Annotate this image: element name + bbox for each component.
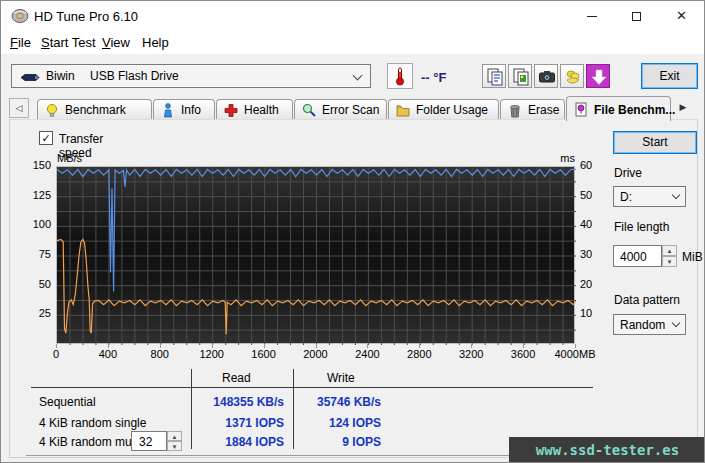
device-name: USB Flash Drive <box>90 69 179 83</box>
file-length-unit: MiB <box>682 250 703 264</box>
row-label-random-single: 4 KiB random single <box>39 416 146 430</box>
camera-icon <box>537 67 557 87</box>
tab-error-scan[interactable]: Error Scan <box>294 99 387 120</box>
axis-tick-label: 50 <box>580 189 592 201</box>
axis-tick-label: 125 <box>1 189 51 201</box>
row-label-random-multi: 4 KiB random multi <box>39 435 140 449</box>
axis-tick-mark <box>419 344 420 348</box>
menu-view[interactable]: View <box>102 35 130 50</box>
menu-help[interactable]: Help <box>142 35 169 50</box>
axis-tick-label: 50 <box>1 278 51 290</box>
random-single-read-value: 1371 IOPS <box>174 416 284 430</box>
lightbulb-icon <box>45 103 59 118</box>
health-cross-icon <box>224 103 238 118</box>
drive-label: Drive <box>614 166 642 180</box>
maximize-icon <box>632 12 641 21</box>
tab-info[interactable]: Info <box>153 99 215 120</box>
transfer-speed-checkbox[interactable]: ✓ <box>39 131 53 145</box>
file-lightbulb-icon <box>574 102 588 117</box>
thermometer-icon <box>388 64 412 88</box>
copy-text-button[interactable] <box>482 64 506 88</box>
spin-down-button[interactable]: ▼ <box>662 256 677 267</box>
tab-label: Folder Usage <box>416 103 488 117</box>
watermark-banner: www.ssd-tester.es <box>509 437 705 463</box>
minimize-button[interactable] <box>569 1 614 31</box>
title-bar: HD Tune Pro 6.10 ✕ <box>1 1 704 31</box>
file-length-value: 4000 <box>620 250 647 264</box>
close-button[interactable]: ✕ <box>659 1 704 31</box>
spin-up-button[interactable]: ▲ <box>662 245 677 256</box>
exit-button[interactable]: Exit <box>641 63 698 89</box>
data-pattern-value: Random <box>620 318 665 332</box>
app-disk-icon <box>11 8 29 24</box>
queue-depth-input[interactable]: 32 <box>131 431 167 451</box>
chevron-down-icon <box>672 191 680 199</box>
donate-button[interactable] <box>560 64 584 88</box>
maximize-button[interactable] <box>614 1 659 31</box>
info-icon <box>161 103 175 118</box>
tab-label: Error Scan <box>322 103 379 117</box>
drive-value: D: <box>620 190 632 204</box>
start-button[interactable]: Start <box>613 131 697 154</box>
axis-tick-mark <box>367 344 368 348</box>
tab-benchmark[interactable]: Benchmark <box>37 99 152 120</box>
tab-scroll-right-button[interactable]: ▶ <box>673 98 693 118</box>
axis-tick-mark <box>212 344 213 348</box>
copy-image-button[interactable] <box>508 64 532 88</box>
window-title: HD Tune Pro 6.10 <box>34 9 138 24</box>
file-length-label: File length <box>614 220 669 234</box>
tab-file-benchmark[interactable]: File Benchm... <box>566 96 671 121</box>
magnifier-icon <box>302 103 316 118</box>
axis-tick-mark <box>523 344 524 348</box>
queue-depth-value: 32 <box>139 435 152 449</box>
tab-erase[interactable]: Erase <box>500 99 565 120</box>
chart-plot-area <box>56 166 575 344</box>
axis-tick-mark <box>575 344 576 348</box>
save-results-button[interactable] <box>586 64 610 88</box>
data-pattern-dropdown[interactable]: Random <box>613 314 686 335</box>
sequential-read-value: 148355 KB/s <box>174 395 284 409</box>
axis-tick-mark <box>316 344 317 348</box>
copy-text-icon <box>485 67 505 87</box>
axis-tick-mark <box>471 344 472 348</box>
axis-tick-mark <box>108 344 109 348</box>
transfer-speed-chart: MB/s ms 150125100755025 605040302010 040… <box>1 151 601 363</box>
toolbar: Biwin USB Flash Drive -- °F <box>1 54 704 95</box>
data-pattern-label: Data pattern <box>614 293 680 307</box>
axis-tick-label: 60 <box>580 159 592 171</box>
minimize-icon <box>587 16 597 17</box>
random-single-write-value: 124 IOPS <box>271 416 381 430</box>
hd-tune-window: HD Tune Pro 6.10 ✕ File Start Test View … <box>0 0 705 463</box>
tab-label: Info <box>181 103 201 117</box>
axis-tick-label: 4000MB <box>545 348 605 360</box>
temperature-button[interactable] <box>387 63 413 89</box>
tab-scroll-left-button[interactable]: ◁ <box>9 98 29 118</box>
tab-health[interactable]: Health <box>216 99 293 120</box>
usb-drive-icon <box>20 73 40 82</box>
save-download-icon <box>589 67 609 87</box>
write-column-header: Write <box>327 371 355 385</box>
copy-image-icon <box>511 67 531 87</box>
axis-tick-label: 100 <box>1 218 51 230</box>
row-label-sequential: Sequential <box>39 395 96 409</box>
screenshot-button[interactable] <box>534 64 558 88</box>
file-length-input[interactable]: 4000 <box>613 245 662 267</box>
axis-tick-label: 25 <box>1 307 51 319</box>
tab-label: File Benchm... <box>594 103 675 117</box>
trash-icon <box>508 103 522 118</box>
tab-label: Benchmark <box>65 103 126 117</box>
axis-tick-label: 10 <box>580 307 592 319</box>
axis-tick-label: 30 <box>580 248 592 260</box>
drive-dropdown[interactable]: D: <box>613 186 686 207</box>
tab-folder-usage[interactable]: Folder Usage <box>388 99 499 120</box>
axis-tick-mark <box>264 344 265 348</box>
axis-tick-label: 75 <box>1 248 51 260</box>
random-multi-read-value: 1884 IOPS <box>174 435 284 449</box>
axis-tick-label: 150 <box>1 159 51 171</box>
menu-file[interactable]: File <box>10 35 31 50</box>
axis-tick-mark <box>160 344 161 348</box>
menu-start-test[interactable]: Start Test <box>41 35 96 50</box>
drive-select-dropdown[interactable]: Biwin USB Flash Drive <box>11 64 371 88</box>
menu-bar: File Start Test View Help <box>1 31 704 54</box>
folder-icon <box>396 103 410 118</box>
